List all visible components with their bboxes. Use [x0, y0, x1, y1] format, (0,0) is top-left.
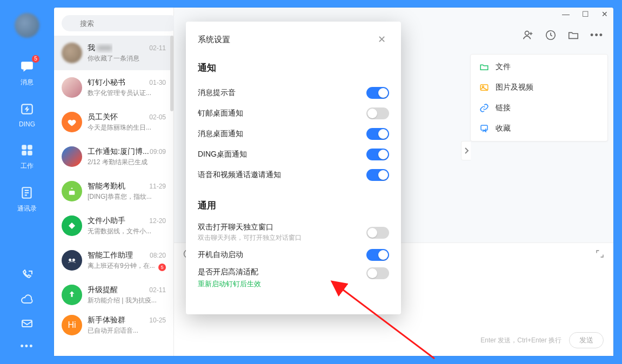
modal-body[interactable]: 通知 消息提示音 钉邮桌面通知 消息桌面通知 DING桌面通知 语音和视频通话邀…	[186, 54, 401, 314]
chat-time: 10-25	[149, 316, 166, 324]
mail-icon[interactable]	[21, 317, 34, 330]
minimize-button[interactable]: —	[561, 10, 570, 18]
compose-hint: Enter 发送，Ctrl+Enter 换行	[480, 336, 561, 345]
chat-row[interactable]: 升级提醒02-11 新功能介绍 | 我为抗疫...	[54, 278, 173, 312]
chat-avatar	[62, 77, 82, 98]
panel-item-links[interactable]: 链接	[471, 98, 607, 118]
toggle-sound[interactable]	[366, 87, 389, 99]
maximize-button[interactable]: ☐	[581, 10, 590, 18]
chat-snippet: 2/12 考勤结果已生成	[88, 158, 166, 167]
bookmark-icon	[479, 124, 489, 133]
lightning-icon	[18, 100, 36, 118]
more-icon[interactable]: •••	[21, 341, 34, 352]
apps-icon	[18, 141, 36, 159]
setting-note: 重新启动钉钉后生效	[198, 279, 261, 289]
setting-label: 双击打开聊天独立窗口	[198, 223, 302, 232]
chat-rows[interactable]: 我 xxxx 02-11 你收藏了一条消息 钉钉小秘书01-30 数字化管理专员…	[54, 36, 173, 356]
nav-label: 通讯录	[17, 204, 37, 213]
more-icon[interactable]: •••	[590, 30, 604, 41]
chat-icon: 5	[18, 57, 36, 76]
setting-label: 是否开启高清适配	[198, 267, 261, 277]
chat-snippet: [DING]恭喜您，指纹...	[88, 192, 166, 201]
chat-time: 08:20	[150, 252, 166, 259]
nav-messages[interactable]: 5 消息	[0, 57, 54, 87]
chat-name: 文件小助手	[88, 216, 125, 226]
send-button[interactable]: 发送	[569, 332, 604, 348]
chat-row[interactable]: 智能工作助理08:20 离上班还有9分钟，在... 5	[54, 243, 173, 278]
files-panel: 文件 图片及视频 链接 收藏	[470, 54, 608, 141]
expand-icon[interactable]	[595, 249, 605, 259]
chat-time: 02-05	[149, 113, 166, 121]
chat-row[interactable]: 工作通知:厦门博...09:09 2/12 考勤结果已生成	[54, 139, 173, 174]
setting-row: DING桌面通知	[198, 144, 389, 165]
svg-rect-6	[22, 320, 32, 327]
svg-rect-4	[28, 151, 32, 156]
phone-icon[interactable]	[21, 269, 34, 282]
svg-rect-15	[481, 125, 487, 130]
chat-name: 升级提醒	[88, 285, 118, 295]
panel-item-favorites[interactable]: 收藏	[471, 118, 607, 139]
toggle-autostart[interactable]	[366, 249, 389, 261]
search-input[interactable]	[62, 15, 178, 31]
folder-icon	[479, 62, 489, 72]
setting-row: 消息提示音	[198, 83, 389, 103]
cloud-icon[interactable]	[21, 293, 34, 306]
panel-item-files[interactable]: 文件	[471, 57, 607, 77]
toggle-mail-desktop[interactable]	[366, 107, 389, 119]
chat-avatar	[62, 181, 82, 201]
svg-rect-1	[22, 145, 26, 150]
toggle-call-invite[interactable]	[366, 169, 389, 181]
add-user-icon[interactable]	[522, 29, 534, 41]
chat-row[interactable]: 员工关怀02-05 今天是陈丽珠的生日...	[54, 105, 173, 139]
modal-close-button[interactable]: ✕	[374, 32, 389, 46]
section-title-notify: 通知	[198, 62, 389, 74]
nav-sidebar: 5 消息 DING 工作 通讯录 •••	[0, 0, 54, 364]
setting-label: 钉邮桌面通知	[198, 109, 243, 118]
chat-row[interactable]: 钉钉小秘书01-30 数字化管理专员认证...	[54, 70, 173, 105]
chat-name: 我 xxxx	[88, 43, 112, 53]
chat-row[interactable]: 我 xxxx 02-11 你收藏了一条消息	[54, 36, 173, 70]
collapse-panel-button[interactable]	[461, 141, 471, 160]
svg-rect-2	[28, 145, 32, 150]
panel-item-label: 收藏	[496, 124, 511, 133]
setting-row: 开机自动启动	[198, 245, 389, 265]
panel-item-label: 图片及视频	[496, 83, 533, 92]
chat-row[interactable]: 智能考勤机11-29 [DING]恭喜您，指纹...	[54, 174, 173, 208]
folder-icon[interactable]	[567, 29, 579, 41]
setting-label: 开机自动启动	[198, 250, 243, 260]
toggle-ding-desktop[interactable]	[366, 149, 389, 160]
searchbar: +	[54, 8, 173, 36]
nav-contacts[interactable]: 通讯录	[0, 184, 54, 213]
chat-avatar	[62, 215, 82, 236]
history-icon[interactable]	[545, 29, 557, 41]
setting-row: 钉邮桌面通知	[198, 103, 389, 124]
panel-item-media[interactable]: 图片及视频	[471, 77, 607, 98]
avatar[interactable]	[15, 13, 39, 38]
setting-sub: 双击聊天列表，可打开独立对话窗口	[198, 233, 302, 242]
chat-time: 11-29	[149, 183, 166, 190]
toggle-dblclick-window[interactable]	[366, 227, 389, 239]
setting-label: DING桌面通知	[198, 150, 247, 159]
toggle-hidpi[interactable]	[366, 267, 389, 279]
chat-row[interactable]: Hi 新手体验群10-25 已自动开启语音...	[54, 312, 173, 338]
link-icon	[479, 103, 489, 113]
nav-work[interactable]: 工作	[0, 141, 54, 171]
chat-avatar	[62, 112, 82, 132]
settings-modal: 系统设置 ✕ 通知 消息提示音 钉邮桌面通知 消息桌面通知 DING桌面通知	[186, 22, 401, 314]
nav-label: DING	[19, 120, 35, 128]
nav-label: 工作	[21, 161, 34, 171]
close-button[interactable]: ✕	[600, 10, 609, 18]
sidebar-bottom: •••	[0, 264, 54, 364]
modal-title: 系统设置	[198, 35, 230, 45]
nav-ding[interactable]: DING	[0, 100, 54, 128]
svg-rect-8	[69, 191, 75, 195]
chat-snippet: 今天是陈丽珠的生日...	[88, 123, 166, 132]
svg-point-11	[525, 31, 529, 35]
chat-time: 01-30	[149, 79, 166, 86]
chat-row[interactable]: 文件小助手12-20 无需数据线，文件小...	[54, 208, 173, 243]
chat-snippet: 已自动开启语音...	[88, 326, 166, 335]
toggle-msg-desktop[interactable]	[366, 128, 389, 140]
svg-point-9	[69, 259, 71, 261]
panel-item-label: 链接	[496, 103, 511, 113]
image-icon	[479, 83, 489, 92]
